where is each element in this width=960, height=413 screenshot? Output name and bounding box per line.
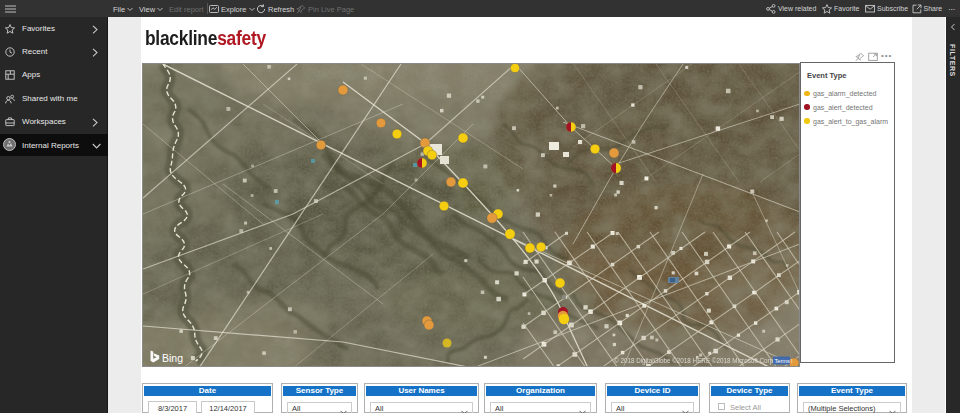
svg-text:© 2018 DigitalGlobe ©2018 HERE: © 2018 DigitalGlobe ©2018 HERE ©2018 Mic… [614, 357, 793, 365]
svg-text:Bing: Bing [162, 352, 183, 364]
svg-text:Terms: Terms [775, 358, 790, 364]
